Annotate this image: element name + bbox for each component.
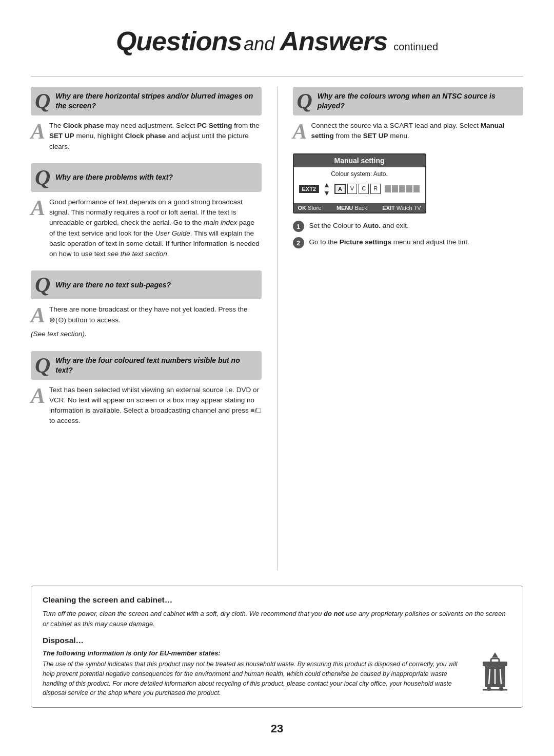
q1-text: Why are there horizontal stripes and/or … bbox=[55, 91, 255, 111]
q2-answer-row: A Good performance of text depends on a … bbox=[31, 197, 262, 260]
qa-block-4: Q Why are the four coloured text numbers… bbox=[31, 351, 262, 427]
q1-letter: Q bbox=[35, 90, 50, 112]
bottom-box: Cleaning the screen and cabinet… Turn of… bbox=[31, 586, 523, 708]
title-questions: Questions bbox=[116, 26, 242, 56]
q1-answer-row: A The Clock phase may need adjustment. S… bbox=[31, 121, 262, 152]
page-title: Questions and Answers continued bbox=[31, 26, 523, 56]
qa-block-2: Q Why are there problems with text? A Go… bbox=[31, 163, 262, 260]
qa-block-3: Q Why are there no text sub-pages? A The… bbox=[31, 270, 262, 339]
exit-watch-btn: EXIT Watch TV bbox=[382, 205, 421, 211]
q2-letter: Q bbox=[35, 167, 50, 188]
q4-a-letter: A bbox=[31, 385, 45, 406]
manual-setting-body: Colour system: Auto. EXT2 ▲▼ A V C R bbox=[294, 167, 425, 203]
qa-block-5: Q Why are the colours wrong when an NTSC… bbox=[293, 87, 524, 142]
grey-block-4 bbox=[406, 185, 412, 192]
grey-block-1 bbox=[385, 185, 391, 192]
q3-a-letter: A bbox=[31, 304, 45, 326]
svg-point-7 bbox=[487, 687, 491, 691]
title-answers: Answers bbox=[280, 26, 387, 56]
cleaning-text: Turn off the power, clean the screen and… bbox=[43, 609, 511, 629]
q4-text: Why are the four coloured text numbers v… bbox=[55, 356, 255, 375]
disposal-eu-title: The following information is only for EU… bbox=[43, 649, 470, 657]
q5-text: Why are the colours wrong when an NTSC s… bbox=[318, 91, 517, 111]
main-columns: Q Why are there horizontal stripes and/o… bbox=[31, 76, 523, 570]
q3-answer-text: There are none broadcast or they have no… bbox=[49, 304, 261, 325]
svg-rect-2 bbox=[491, 658, 499, 663]
grey-block-5 bbox=[413, 185, 420, 192]
cleaning-title: Cleaning the screen and cabinet… bbox=[43, 595, 511, 605]
q1-answer-text: The Clock phase may need adjustment. Sel… bbox=[49, 121, 261, 152]
manual-setting-box: Manual setting Colour system: Auto. EXT2… bbox=[293, 153, 426, 214]
q5-answer-text: Connect the source via a SCART lead and … bbox=[311, 121, 523, 142]
menu-back-btn: MENU Back bbox=[337, 205, 367, 211]
ext2-row: EXT2 ▲▼ A V C R bbox=[299, 181, 420, 197]
vcr-v: V bbox=[347, 184, 357, 194]
step-2-text: Go to the Picture settings menu and adju… bbox=[309, 237, 469, 247]
right-column: Q Why are the colours wrong when an NTSC… bbox=[278, 87, 524, 570]
vcr-badges: A V C R bbox=[334, 184, 381, 194]
q5-letter: Q bbox=[297, 90, 312, 112]
q3-text: Why are there no text sub-pages? bbox=[55, 280, 171, 290]
disposal-title: Disposal… bbox=[43, 636, 511, 645]
q5-answer-row: A Connect the source via a SCART lead an… bbox=[293, 121, 524, 142]
weee-icon bbox=[479, 651, 511, 692]
step-1-text: Set the Colour to Auto. and exit. bbox=[309, 221, 409, 231]
q4-answer-row: A Text has been selected whilst viewing … bbox=[31, 385, 262, 427]
q5-header: Q Why are the colours wrong when an NTSC… bbox=[293, 87, 524, 115]
title-continued: continued bbox=[393, 41, 438, 52]
step-1-num: 1 bbox=[293, 221, 304, 232]
q2-header: Q Why are there problems with text? bbox=[31, 163, 262, 192]
disposal-text: The use of the symbol indicates that thi… bbox=[43, 660, 470, 698]
disposal-icon-col bbox=[479, 651, 511, 692]
arrow-up-icon: ▲▼ bbox=[323, 181, 330, 197]
q3-letter: Q bbox=[35, 274, 50, 296]
grey-block-2 bbox=[392, 185, 398, 192]
q4-letter: Q bbox=[35, 355, 50, 376]
ok-store-btn: OK Store bbox=[298, 205, 322, 211]
disposal-text-col: The following information is only for EU… bbox=[43, 649, 470, 698]
step-2-num: 2 bbox=[293, 237, 304, 248]
disposal-row: The following information is only for EU… bbox=[43, 649, 511, 698]
manual-footer: OK Store MENU Back EXIT Watch TV bbox=[294, 203, 425, 212]
svg-point-8 bbox=[499, 687, 503, 691]
q3-see-text: (See text section). bbox=[31, 329, 262, 339]
vcr-c: C bbox=[359, 184, 369, 194]
title-and: and bbox=[244, 33, 280, 54]
grey-block-3 bbox=[399, 185, 405, 192]
q2-text: Why are there problems with text? bbox=[55, 172, 173, 182]
q5-a-letter: A bbox=[293, 121, 307, 142]
step-1: 1 Set the Colour to Auto. and exit. bbox=[293, 221, 524, 232]
q2-answer-text: Good performance of text depends on a go… bbox=[49, 197, 261, 260]
vcr-a: A bbox=[334, 184, 346, 194]
step-2: 2 Go to the Picture settings menu and ad… bbox=[293, 237, 524, 248]
ext2-badge: EXT2 bbox=[299, 185, 320, 193]
page-number: 23 bbox=[31, 722, 523, 735]
manual-setting-title: Manual setting bbox=[294, 154, 425, 167]
grey-blocks bbox=[385, 185, 420, 192]
vcr-r: R bbox=[370, 184, 381, 194]
q4-answer-text: Text has been selected whilst viewing an… bbox=[49, 385, 261, 427]
q3-header: Q Why are there no text sub-pages? bbox=[31, 270, 262, 299]
q3-answer-row: A There are none broadcast or they have … bbox=[31, 304, 262, 326]
q2-a-letter: A bbox=[31, 197, 45, 219]
colour-system-row: Colour system: Auto. bbox=[299, 170, 420, 178]
qa-block-1: Q Why are there horizontal stripes and/o… bbox=[31, 87, 262, 152]
q4-header: Q Why are the four coloured text numbers… bbox=[31, 351, 262, 380]
q1-a-letter: A bbox=[31, 121, 45, 142]
page-container: Questions and Answers continued Q Why ar… bbox=[0, 0, 554, 756]
left-column: Q Why are there horizontal stripes and/o… bbox=[31, 87, 278, 570]
q1-header: Q Why are there horizontal stripes and/o… bbox=[31, 87, 262, 115]
